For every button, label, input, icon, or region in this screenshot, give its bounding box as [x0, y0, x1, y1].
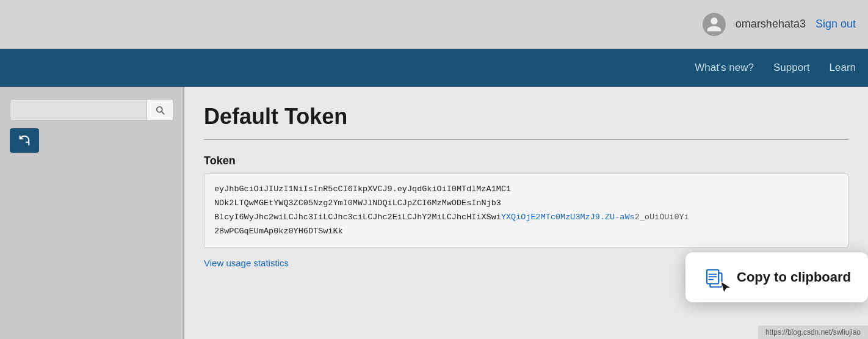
nav-whats-new[interactable]: What's new? [695, 62, 754, 74]
main-layout: Default Token Token eyJhbGciOiJIUzI1NiIs… [0, 87, 868, 339]
copy-label: Copy to clipboard [737, 269, 851, 285]
content-area: Default Token Token eyJhbGciOiJIUzI1NiIs… [183, 87, 868, 339]
title-divider [204, 139, 848, 140]
refresh-button[interactable] [10, 128, 39, 153]
status-bar: https://blog.csdn.net/swliujiao [758, 326, 868, 339]
user-avatar [703, 13, 726, 36]
search-input[interactable] [10, 100, 146, 120]
top-bar: omarshehata3 Sign out [0, 0, 868, 49]
username: omarshehata3 [736, 18, 806, 31]
view-usage-link[interactable]: View usage statistics [204, 258, 289, 268]
nav-support[interactable]: Support [773, 62, 810, 74]
page-title: Default Token [204, 104, 848, 129]
sidebar [0, 87, 183, 339]
copy-icon-wrapper [703, 264, 728, 290]
cursor-icon [718, 280, 733, 295]
nav-bar: What's new? Support Learn [0, 49, 868, 87]
search-button[interactable] [146, 100, 173, 120]
nav-learn[interactable]: Learn [830, 62, 856, 74]
sign-out-button[interactable]: Sign out [816, 18, 856, 31]
top-bar-right: omarshehata3 Sign out [703, 13, 856, 36]
token-label: Token [204, 155, 848, 167]
search-icon [154, 104, 165, 115]
refresh-icon [18, 134, 31, 147]
search-box [10, 99, 173, 121]
token-box: eyJhbGciOiJIUzI1NiIsInR5cCI6IkpXVCJ9.eyJ… [204, 173, 848, 248]
copy-tooltip: Copy to clipboard [685, 252, 868, 302]
